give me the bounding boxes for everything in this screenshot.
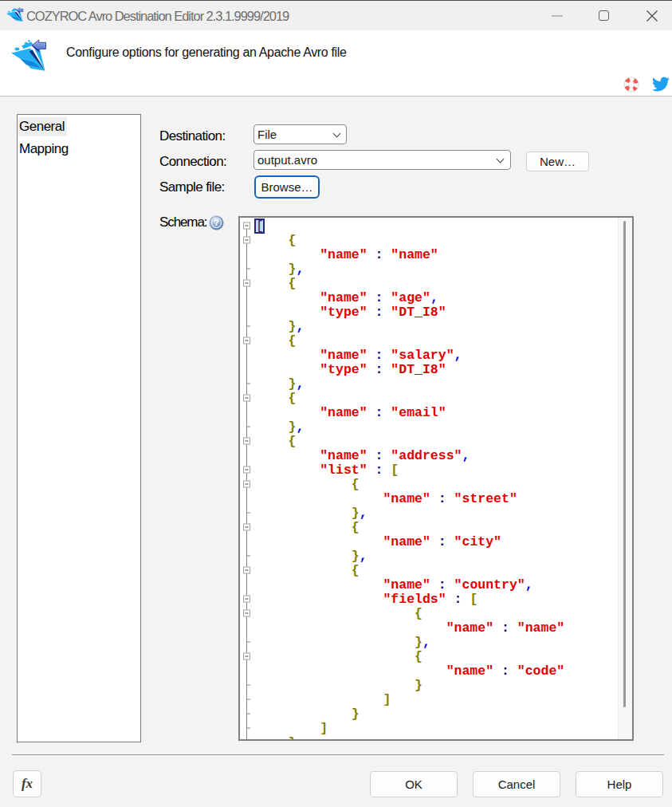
svg-text:?: ? bbox=[214, 218, 219, 227]
